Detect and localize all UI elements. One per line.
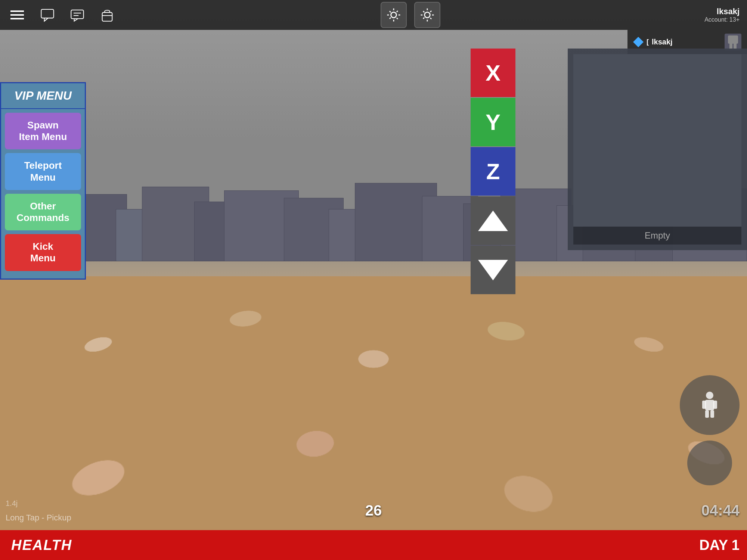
- x-button[interactable]: X: [471, 49, 515, 97]
- player-name-display: lksakj: [652, 38, 673, 46]
- message-button[interactable]: [68, 6, 87, 24]
- kick-menu-button[interactable]: KickMenu: [5, 234, 81, 271]
- health-label: HEALTH: [0, 537, 72, 553]
- character-button[interactable]: [680, 375, 740, 435]
- down-arrow-button[interactable]: [471, 246, 515, 294]
- svg-rect-12: [713, 401, 717, 409]
- svg-rect-14: [710, 410, 714, 418]
- version-label: 1.4j: [6, 499, 18, 508]
- svg-rect-7: [729, 44, 732, 49]
- time-display: 04:44: [701, 502, 740, 519]
- down-arrow-icon: [478, 260, 508, 280]
- top-bar: lksakj Account: 13+: [0, 0, 747, 30]
- bracket-badge: [: [647, 38, 649, 46]
- day-display: DAY 1: [699, 537, 740, 553]
- settings-button-1[interactable]: [381, 2, 407, 28]
- backpack-button[interactable]: [98, 6, 117, 24]
- player-avatar-icon: [725, 34, 741, 50]
- inventory-display-area: [573, 54, 741, 227]
- svg-rect-8: [734, 44, 737, 49]
- chat-button[interactable]: [38, 6, 57, 24]
- svg-rect-0: [41, 9, 53, 18]
- vip-menu-title: VIP MENU: [1, 83, 85, 109]
- z-button[interactable]: Z: [471, 147, 515, 196]
- svg-rect-6: [728, 35, 738, 44]
- svg-point-9: [706, 392, 713, 399]
- svg-rect-11: [702, 401, 706, 409]
- inventory-empty-label: Empty: [573, 227, 741, 245]
- svg-rect-13: [705, 410, 709, 418]
- player-badges: [ lksakj: [633, 37, 673, 47]
- settings-button-2[interactable]: [414, 2, 440, 28]
- right-controls: X Y Z: [471, 49, 515, 295]
- jump-button[interactable]: [687, 441, 732, 485]
- health-bar: HEALTH DAY 1: [0, 530, 747, 560]
- username-display: lksakj: [717, 7, 740, 16]
- vip-menu: VIP MENU SpawnItem Menu TeleportMenu Oth…: [0, 82, 86, 280]
- up-arrow-icon: [478, 211, 508, 231]
- spawn-item-menu-button[interactable]: SpawnItem Menu: [5, 113, 81, 149]
- inventory-panel: Empty: [568, 49, 747, 250]
- character-controls: [680, 375, 740, 485]
- counter-display: 26: [365, 502, 382, 519]
- y-button[interactable]: Y: [471, 98, 515, 146]
- pickup-hint: Long Tap - Pickup: [6, 513, 71, 523]
- up-arrow-button[interactable]: [471, 196, 515, 245]
- svg-rect-1: [71, 10, 83, 19]
- svg-rect-4: [102, 12, 112, 21]
- diamond-badge: [633, 37, 644, 47]
- teleport-menu-button[interactable]: TeleportMenu: [5, 153, 81, 190]
- other-commands-button[interactable]: OtherCommands: [5, 194, 81, 230]
- account-info-display: Account: 13+: [704, 16, 740, 23]
- svg-rect-10: [705, 400, 714, 410]
- hamburger-menu-button[interactable]: [7, 7, 27, 22]
